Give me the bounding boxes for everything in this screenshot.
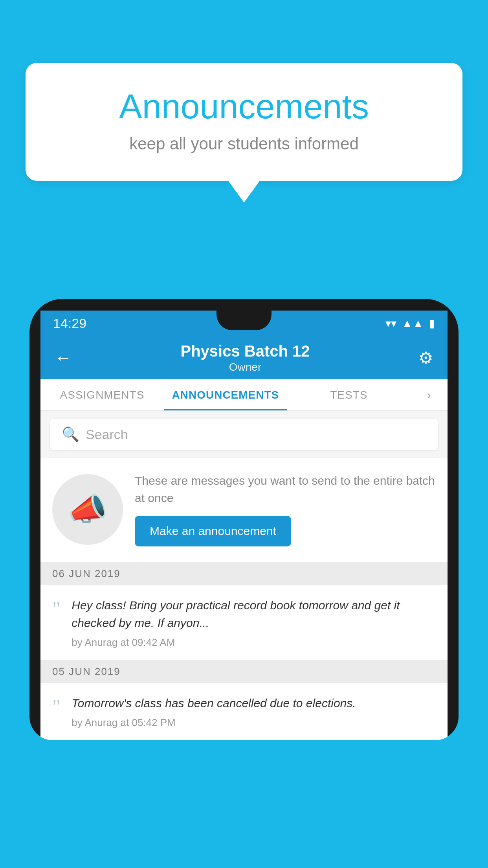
phone-mockup: 14:29 ▾▾ ▲▲ ▮ ← Physics Batch 12 Owner ⚙… xyxy=(29,299,459,868)
app-bar-title-group: Physics Batch 12 Owner xyxy=(72,342,418,373)
app-bar: ← Physics Batch 12 Owner ⚙ xyxy=(40,336,448,379)
status-icons: ▾▾ ▲▲ ▮ xyxy=(385,317,435,330)
tab-tests[interactable]: TESTS xyxy=(287,379,411,410)
promo-description: These are messages you want to send to t… xyxy=(135,472,436,506)
app-bar-title: Physics Batch 12 xyxy=(72,342,418,360)
app-bar-subtitle: Owner xyxy=(72,361,418,373)
announcement-content-1: Hey class! Bring your practical record b… xyxy=(72,596,436,649)
megaphone-icon: 📣 xyxy=(68,491,107,528)
announcement-text-2: Tomorrow's class has been cancelled due … xyxy=(72,694,436,712)
announcement-meta-2: by Anurag at 05:42 PM xyxy=(72,717,436,729)
search-bar[interactable]: 🔍 Search xyxy=(50,419,438,450)
phone-notch xyxy=(216,311,272,330)
settings-icon[interactable]: ⚙ xyxy=(418,348,433,368)
announcement-text-1: Hey class! Bring your practical record b… xyxy=(72,596,436,632)
promo-section: 📣 These are messages you want to send to… xyxy=(40,458,448,562)
tab-more[interactable]: › xyxy=(411,379,448,410)
phone-body: 14:29 ▾▾ ▲▲ ▮ ← Physics Batch 12 Owner ⚙… xyxy=(29,299,459,740)
make-announcement-button[interactable]: Make an announcement xyxy=(135,516,291,546)
signal-icon: ▲▲ xyxy=(402,317,424,330)
promo-text-group: These are messages you want to send to t… xyxy=(135,472,436,546)
tabs-bar: ASSIGNMENTS ANNOUNCEMENTS TESTS › xyxy=(40,379,448,411)
tab-assignments[interactable]: ASSIGNMENTS xyxy=(40,379,164,410)
announcement-item-2[interactable]: " Tomorrow's class has been cancelled du… xyxy=(40,683,448,740)
date-separator-2: 05 JUN 2019 xyxy=(40,660,448,683)
speech-bubble: Announcements keep all your students inf… xyxy=(26,63,462,181)
speech-bubble-container: Announcements keep all your students inf… xyxy=(26,63,462,202)
content-area: 🔍 Search 📣 These are messages you want t… xyxy=(40,411,448,740)
status-time: 14:29 xyxy=(53,316,86,331)
announcement-item-1[interactable]: " Hey class! Bring your practical record… xyxy=(40,585,448,660)
bubble-title: Announcements xyxy=(57,86,431,127)
search-icon: 🔍 xyxy=(62,426,79,443)
back-button[interactable]: ← xyxy=(55,348,72,368)
battery-icon: ▮ xyxy=(429,317,435,330)
announcement-meta-1: by Anurag at 09:42 AM xyxy=(72,636,436,649)
bubble-subtitle: keep all your students informed xyxy=(57,134,431,153)
wifi-icon: ▾▾ xyxy=(385,317,396,330)
promo-icon-circle: 📣 xyxy=(52,474,123,545)
bubble-tail xyxy=(228,181,260,202)
quote-icon-1: " xyxy=(52,599,61,649)
quote-icon-2: " xyxy=(52,697,61,729)
tab-announcements[interactable]: ANNOUNCEMENTS xyxy=(164,379,287,410)
announcement-content-2: Tomorrow's class has been cancelled due … xyxy=(72,694,436,729)
date-separator-1: 06 JUN 2019 xyxy=(40,562,448,585)
search-placeholder-text: Search xyxy=(86,427,128,442)
